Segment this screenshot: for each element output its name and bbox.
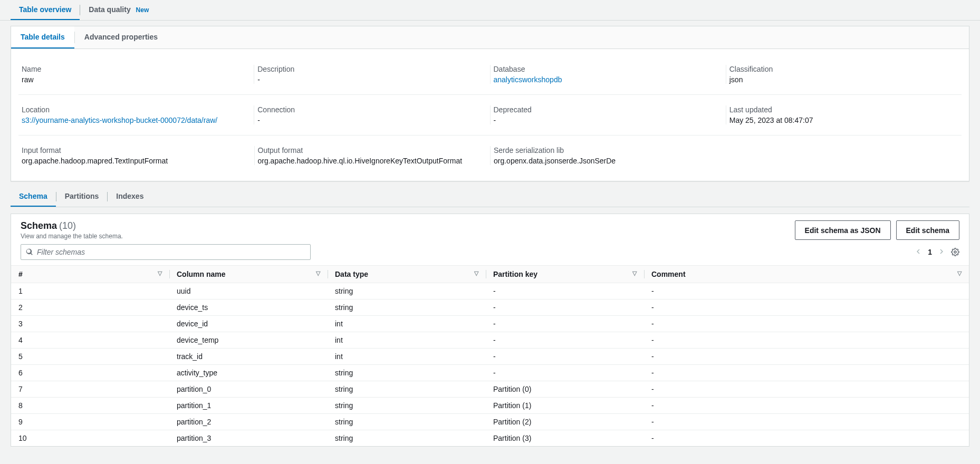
table-row[interactable]: 7partition_0stringPartition (0)- xyxy=(11,381,969,398)
detail-value: json xyxy=(729,75,951,84)
tab-table-overview[interactable]: Table overview xyxy=(11,0,80,20)
cell-comment: - xyxy=(644,349,969,365)
table-row[interactable]: 4device_tempint-- xyxy=(11,332,969,349)
cell-name: partition_1 xyxy=(169,398,328,414)
detail-label: Description xyxy=(257,65,479,73)
table-row[interactable]: 9partition_2stringPartition (2)- xyxy=(11,414,969,430)
database-link[interactable]: analyticsworkshopdb xyxy=(494,75,562,84)
cell-name: uuid xyxy=(169,283,328,299)
cell-num: 6 xyxy=(11,365,169,381)
tab-schema[interactable]: Schema xyxy=(11,187,56,207)
detail-label: Input format xyxy=(22,146,244,154)
table-row[interactable]: 10partition_3stringPartition (3)- xyxy=(11,430,969,447)
column-header-number[interactable]: #▽ xyxy=(11,266,169,283)
schema-section: Schema Partitions Indexes Schema (10) Vi… xyxy=(11,187,969,447)
tab-advanced-properties[interactable]: Advanced properties xyxy=(75,26,167,49)
cell-partition: Partition (2) xyxy=(486,414,644,430)
detail-value: org.apache.hadoop.hive.ql.io.HiveIgnoreK… xyxy=(258,157,480,165)
detail-value: - xyxy=(257,116,479,124)
detail-label: Output format xyxy=(258,146,480,154)
cell-num: 3 xyxy=(11,316,169,332)
detail-value: org.apache.hadoop.mapred.TextInputFormat xyxy=(22,157,244,165)
schema-tabs: Schema Partitions Indexes xyxy=(11,187,969,207)
next-page-button[interactable] xyxy=(938,247,945,257)
cell-partition: - xyxy=(486,332,644,349)
detail-classification: Classification json xyxy=(726,65,962,84)
cell-partition: - xyxy=(486,283,644,299)
cell-partition: - xyxy=(486,316,644,332)
cell-num: 8 xyxy=(11,398,169,414)
sort-icon: ▽ xyxy=(474,270,478,277)
cell-partition: - xyxy=(486,349,644,365)
table-row[interactable]: 1uuidstring-- xyxy=(11,283,969,299)
table-row[interactable]: 2device_tsstring-- xyxy=(11,299,969,316)
cell-type: string xyxy=(328,283,486,299)
cell-name: device_id xyxy=(169,316,328,332)
column-header-comment[interactable]: Comment▽ xyxy=(644,266,969,283)
column-header-type[interactable]: Data type▽ xyxy=(328,266,486,283)
column-header-partition[interactable]: Partition key▽ xyxy=(486,266,644,283)
column-header-name[interactable]: Column name▽ xyxy=(169,266,328,283)
tab-data-quality[interactable]: Data quality New xyxy=(80,0,157,20)
detail-empty xyxy=(726,146,962,165)
cell-type: string xyxy=(328,414,486,430)
sort-icon: ▽ xyxy=(632,270,637,277)
cell-name: track_id xyxy=(169,349,328,365)
location-link[interactable]: s3://yourname-analytics-workshop-bucket-… xyxy=(22,116,217,124)
tab-data-quality-label: Data quality xyxy=(89,5,130,14)
detail-last-updated: Last updated May 25, 2023 at 08:47:07 xyxy=(726,105,962,124)
detail-value: org.openx.data.jsonserde.JsonSerDe xyxy=(494,157,716,165)
cell-partition: Partition (0) xyxy=(486,381,644,398)
detail-value: raw xyxy=(22,75,243,84)
tab-indexes[interactable]: Indexes xyxy=(108,187,152,207)
schema-subtitle: View and manage the table schema. xyxy=(21,233,123,240)
cell-type: string xyxy=(328,398,486,414)
sort-icon: ▽ xyxy=(316,270,320,277)
schema-title: Schema xyxy=(21,220,57,231)
table-row[interactable]: 5track_idint-- xyxy=(11,349,969,365)
cell-num: 7 xyxy=(11,381,169,398)
cell-type: string xyxy=(328,365,486,381)
cell-name: activity_type xyxy=(169,365,328,381)
detail-label: Deprecated xyxy=(494,105,715,114)
cell-name: partition_3 xyxy=(169,430,328,447)
detail-tabs: Table details Advanced properties xyxy=(11,26,969,49)
detail-database: Database analyticsworkshopdb xyxy=(490,65,726,84)
detail-value: - xyxy=(494,116,715,124)
detail-description: Description - xyxy=(254,65,489,84)
table-row[interactable]: 3device_idint-- xyxy=(11,316,969,332)
cell-type: string xyxy=(328,430,486,447)
edit-schema-json-button[interactable]: Edit schema as JSON xyxy=(795,220,891,240)
filter-schemas-input[interactable] xyxy=(21,244,311,260)
cell-partition: - xyxy=(486,365,644,381)
table-details-card: Table details Advanced properties Name r… xyxy=(11,26,969,181)
chevron-left-icon xyxy=(915,248,921,255)
detail-deprecated: Deprecated - xyxy=(490,105,726,124)
detail-input-format: Input format org.apache.hadoop.mapred.Te… xyxy=(18,146,254,165)
search-icon xyxy=(26,248,33,256)
detail-label: Classification xyxy=(729,65,951,73)
prev-page-button[interactable] xyxy=(915,247,921,257)
search-wrap xyxy=(21,244,311,260)
pagination: 1 xyxy=(915,247,959,257)
table-row[interactable]: 8partition_1stringPartition (1)- xyxy=(11,398,969,414)
cell-num: 5 xyxy=(11,349,169,365)
detail-label: Database xyxy=(494,65,715,73)
cell-type: int xyxy=(328,332,486,349)
cell-num: 2 xyxy=(11,299,169,316)
tab-partitions[interactable]: Partitions xyxy=(56,187,108,207)
cell-partition: Partition (1) xyxy=(486,398,644,414)
cell-comment: - xyxy=(644,316,969,332)
gear-icon xyxy=(951,248,959,256)
cell-comment: - xyxy=(644,398,969,414)
cell-comment: - xyxy=(644,283,969,299)
settings-button[interactable] xyxy=(951,248,959,256)
cell-comment: - xyxy=(644,299,969,316)
detail-serde: Serde serialization lib org.openx.data.j… xyxy=(490,146,726,165)
table-row[interactable]: 6activity_typestring-- xyxy=(11,365,969,381)
detail-connection: Connection - xyxy=(254,105,489,124)
new-badge: New xyxy=(136,6,149,14)
edit-schema-button[interactable]: Edit schema xyxy=(896,220,959,240)
cell-name: partition_2 xyxy=(169,414,328,430)
tab-table-details[interactable]: Table details xyxy=(11,26,74,49)
